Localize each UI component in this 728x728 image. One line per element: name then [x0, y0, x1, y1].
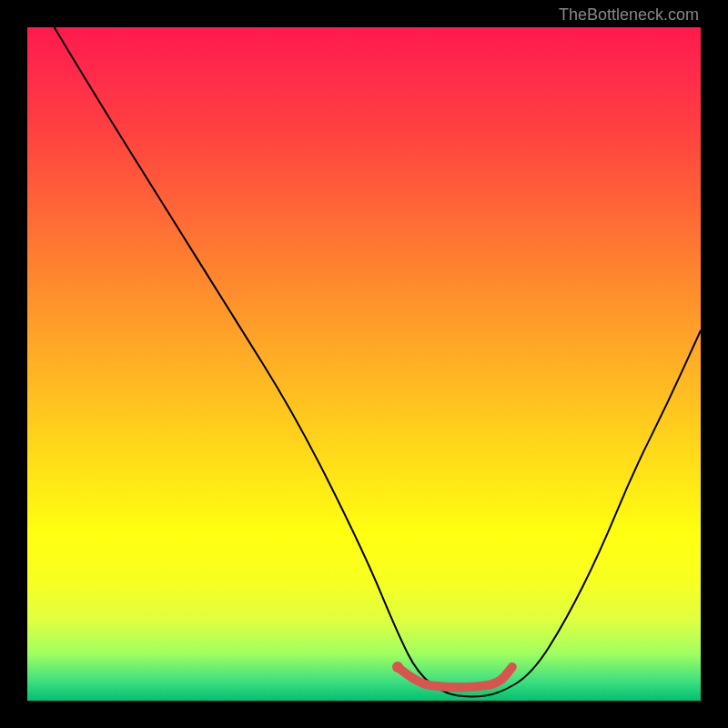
- chart-container: TheBottleneck.com: [0, 0, 728, 728]
- plot-area: [27, 27, 701, 701]
- gradient-background: [27, 27, 701, 701]
- attribution-text: TheBottleneck.com: [559, 5, 699, 25]
